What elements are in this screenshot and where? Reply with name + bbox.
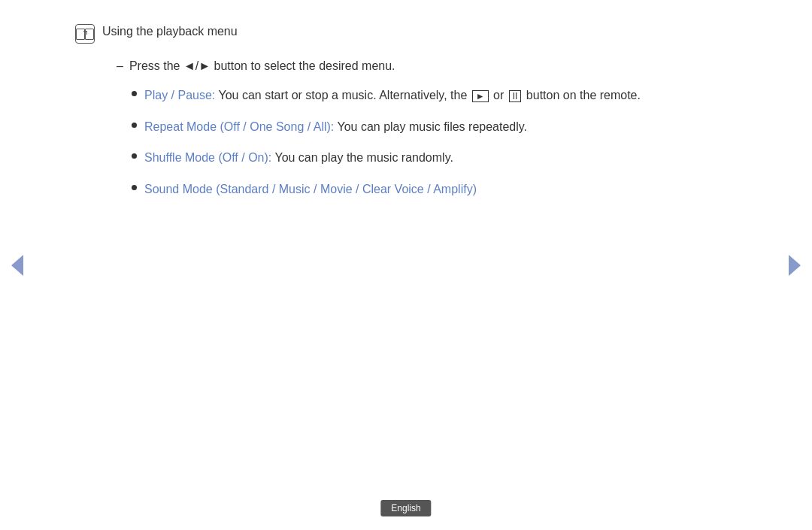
list-item: Play / Pause: You can start or stop a mu… — [132, 86, 737, 105]
list-item: Shuffle Mode (Off / On): You can play th… — [132, 148, 737, 168]
list-item-text: Play / Pause: You can start or stop a mu… — [144, 86, 737, 105]
bullet-dot — [132, 91, 137, 96]
main-content: Using the playback menu – Press the ◄/► … — [75, 23, 737, 210]
note-icon — [75, 24, 95, 44]
prev-page-button[interactable] — [11, 255, 23, 276]
blue-label: Sound Mode (Standard / Music / Movie / C… — [144, 183, 477, 195]
item-rest: You can start or stop a music. Alternati… — [218, 89, 470, 101]
list-item-text: Repeat Mode (Off / One Song / All): You … — [144, 117, 737, 137]
note-icon-inner — [76, 29, 85, 40]
indent-section: – Press the ◄/► button to select the des… — [117, 57, 737, 75]
list-item-text: Sound Mode (Standard / Music / Movie / C… — [144, 180, 737, 199]
blue-label: Shuffle Mode (Off / On): — [144, 151, 271, 164]
item-rest: You can play music files repeatedly. — [337, 120, 527, 133]
dash-symbol: – — [117, 59, 123, 73]
dash-text: Press the ◄/► button to select the desir… — [129, 57, 395, 75]
or-text: or — [493, 89, 508, 101]
bullet-dot — [132, 153, 137, 159]
language-label: English — [391, 503, 420, 513]
bullet-dot — [132, 123, 137, 128]
blue-label: Play / Pause: — [144, 89, 215, 101]
language-badge: English — [380, 500, 431, 516]
list-item-text: Shuffle Mode (Off / On): You can play th… — [144, 148, 737, 168]
list-item: Sound Mode (Standard / Music / Movie / C… — [132, 180, 737, 199]
blue-label: Repeat Mode (Off / One Song / All): — [144, 120, 334, 133]
bullet-dot — [132, 185, 137, 190]
note-label: Using the playback menu — [102, 23, 238, 41]
list-item: Repeat Mode (Off / One Song / All): You … — [132, 117, 737, 137]
end-text: button on the remote. — [526, 89, 641, 101]
dash-row: – Press the ◄/► button to select the des… — [117, 57, 737, 75]
item-rest: You can play the music randomly. — [274, 151, 453, 164]
note-row: Using the playback menu — [75, 23, 737, 44]
pause-icon-inline: II — [509, 90, 522, 102]
play-icon-inline: ► — [472, 90, 489, 102]
next-page-button[interactable] — [789, 255, 801, 276]
bullet-list: Play / Pause: You can start or stop a mu… — [132, 86, 737, 198]
